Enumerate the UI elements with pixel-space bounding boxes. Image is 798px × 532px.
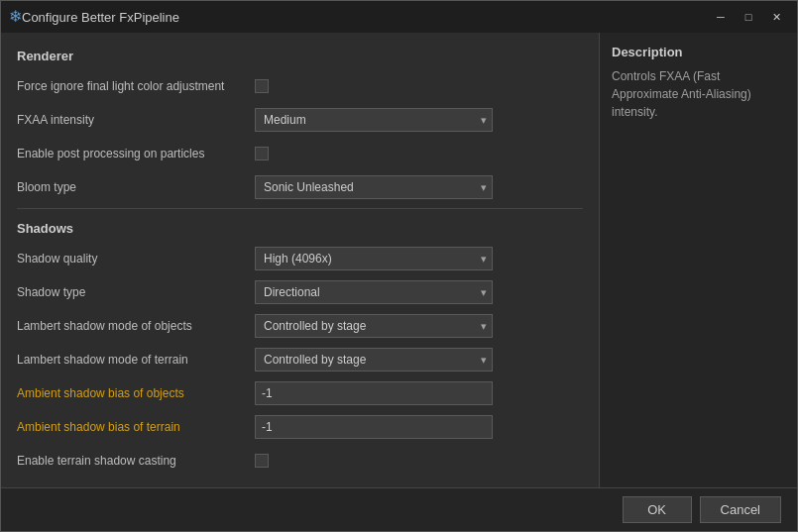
ambient-bias-terrain-label: Ambient shadow bias of terrain: [17, 420, 255, 434]
shadow-quality-select[interactable]: Low (512x) Medium (1024x) High (4096x): [255, 247, 493, 270]
fxaa-select[interactable]: Low Medium High: [255, 108, 493, 132]
main-panel: Renderer Force ignore final light color …: [1, 33, 599, 487]
terrain-shadow-casting-checkbox[interactable]: [255, 454, 269, 468]
app-icon: ❄: [9, 9, 22, 25]
row-ambient-bias-terrain: Ambient shadow bias of terrain: [17, 414, 583, 440]
fxaa-select-wrapper: Low Medium High: [255, 108, 493, 132]
lambert-objects-select-wrapper: Controlled by stage Controlled stage Alw…: [255, 314, 493, 338]
maximize-button[interactable]: □: [736, 7, 761, 27]
force-ignore-checkbox[interactable]: [255, 79, 269, 93]
description-text: Controls FXAA (Fast Approximate Anti-Ali…: [612, 67, 785, 121]
shadows-header: Shadows: [17, 221, 583, 236]
shadow-quality-select-wrapper: Low (512x) Medium (1024x) High (4096x): [255, 247, 493, 270]
lambert-terrain-label: Lambert shadow mode of terrain: [17, 353, 255, 367]
shadow-type-label: Shadow type: [17, 285, 255, 299]
dialog-window: ❄ Configure Better FxPipeline ─ □ ✕ Rend…: [0, 0, 798, 532]
row-lambert-objects: Lambert shadow mode of objects Controlle…: [17, 313, 583, 339]
row-fxaa: FXAA intensity Low Medium High: [17, 107, 583, 133]
lambert-objects-label: Lambert shadow mode of objects: [17, 319, 255, 333]
shadow-type-select[interactable]: Directional Omnidirectional: [255, 280, 493, 304]
row-shadow-type: Shadow type Directional Omnidirectional: [17, 279, 583, 305]
post-processing-label: Enable post processing on particles: [17, 147, 255, 160]
row-post-processing: Enable post processing on particles: [17, 141, 583, 166]
description-panel: Description Controls FXAA (Fast Approxim…: [599, 33, 797, 487]
row-bloom-type: Bloom type Sonic Unleashed Standard None: [17, 174, 583, 200]
ok-button[interactable]: OK: [623, 496, 692, 523]
dialog-footer: OK Cancel: [1, 487, 797, 531]
scroll-area[interactable]: Renderer Force ignore final light color …: [1, 33, 599, 487]
bloom-type-select[interactable]: Sonic Unleashed Standard None: [255, 175, 493, 199]
terrain-shadow-casting-label: Enable terrain shadow casting: [17, 454, 255, 468]
ambient-bias-terrain-input[interactable]: [255, 415, 493, 439]
row-lambert-terrain: Lambert shadow mode of terrain Controlle…: [17, 347, 583, 372]
lambert-objects-select[interactable]: Controlled by stage Controlled stage Alw…: [255, 314, 493, 338]
title-bar: ❄ Configure Better FxPipeline ─ □ ✕: [1, 1, 797, 33]
row-ambient-bias-objects: Ambient shadow bias of objects: [17, 380, 583, 406]
renderer-section: Renderer Force ignore final light color …: [17, 49, 583, 200]
renderer-header: Renderer: [17, 49, 583, 63]
cancel-button[interactable]: Cancel: [700, 496, 781, 523]
post-processing-checkbox[interactable]: [255, 147, 269, 160]
shadow-quality-label: Shadow quality: [17, 252, 255, 266]
row-force-ignore: Force ignore final light color adjustmen…: [17, 73, 583, 99]
row-shadow-quality: Shadow quality Low (512x) Medium (1024x)…: [17, 246, 583, 271]
dialog-title: Configure Better FxPipeline: [22, 10, 708, 25]
minimize-button[interactable]: ─: [708, 7, 734, 27]
shadow-type-select-wrapper: Directional Omnidirectional: [255, 280, 493, 304]
bloom-type-label: Bloom type: [17, 180, 255, 194]
ambient-bias-objects-input[interactable]: [255, 381, 493, 405]
ambient-bias-objects-label: Ambient shadow bias of objects: [17, 386, 255, 400]
close-button[interactable]: ✕: [763, 7, 789, 27]
lambert-terrain-select[interactable]: Controlled by stage Controlled stage Alw…: [255, 348, 493, 372]
force-ignore-label: Force ignore final light color adjustmen…: [17, 79, 255, 93]
shadows-section: Shadows Shadow quality Low (512x) Medium…: [17, 221, 583, 487]
row-terrain-shadow-casting: Enable terrain shadow casting: [17, 448, 583, 474]
dialog-body: Renderer Force ignore final light color …: [1, 33, 797, 487]
bloom-type-select-wrapper: Sonic Unleashed Standard None: [255, 175, 493, 199]
description-title: Description: [612, 45, 785, 59]
window-controls: ─ □ ✕: [708, 7, 789, 27]
fxaa-label: FXAA intensity: [17, 113, 255, 127]
lambert-terrain-select-wrapper: Controlled by stage Controlled stage Alw…: [255, 348, 493, 372]
